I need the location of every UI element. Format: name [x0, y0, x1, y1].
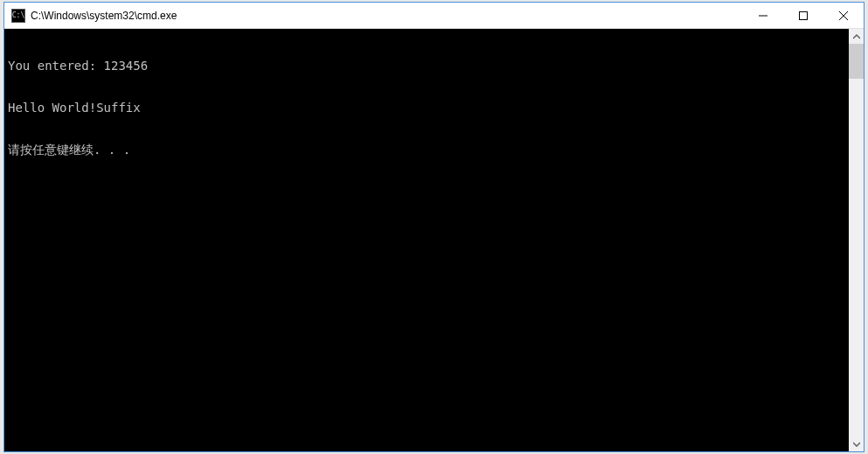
close-icon	[839, 11, 848, 20]
window-title: C:\Windows\system32\cmd.exe	[31, 10, 743, 22]
cmd-window: C:\ C:\Windows\system32\cmd.exe You ente…	[3, 2, 865, 452]
maximize-icon	[799, 11, 808, 20]
window-controls	[743, 3, 864, 28]
scrollbar-thumb[interactable]	[849, 44, 864, 79]
chevron-up-icon	[853, 33, 860, 40]
scroll-down-button[interactable]	[849, 437, 864, 451]
maximize-button[interactable]	[783, 3, 823, 29]
titlebar[interactable]: C:\ C:\Windows\system32\cmd.exe	[4, 3, 864, 29]
cmd-icon: C:\	[11, 9, 25, 23]
scroll-up-button[interactable]	[849, 29, 864, 44]
close-button[interactable]	[823, 3, 864, 29]
vertical-scrollbar[interactable]	[849, 29, 864, 451]
console-output: You entered: 123456 Hello World!Suffix 请…	[4, 29, 864, 186]
console-area[interactable]: You entered: 123456 Hello World!Suffix 请…	[4, 29, 864, 451]
console-line: 请按任意键继续. . .	[8, 143, 860, 157]
chevron-down-icon	[853, 441, 860, 448]
minimize-button[interactable]	[743, 3, 783, 29]
console-line: Hello World!Suffix	[8, 101, 860, 115]
scrollbar-track[interactable]	[849, 44, 864, 437]
console-line: You entered: 123456	[8, 59, 860, 73]
svg-rect-1	[800, 12, 808, 20]
minimize-icon	[759, 11, 767, 20]
